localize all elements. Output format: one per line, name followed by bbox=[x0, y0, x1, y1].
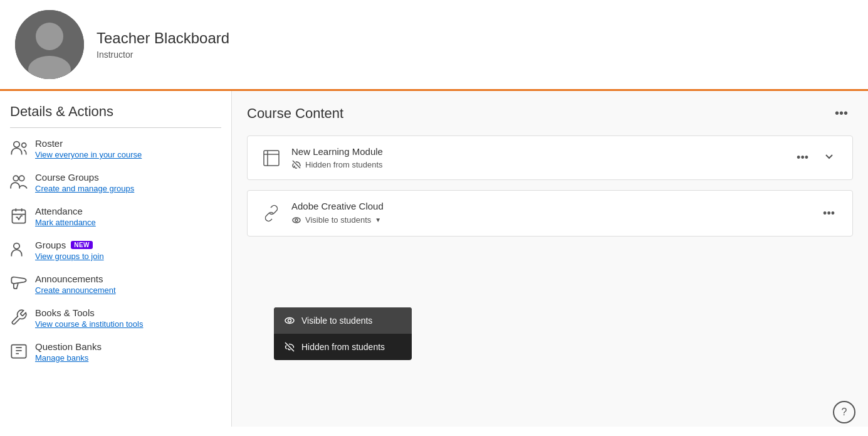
svg-rect-7 bbox=[13, 210, 26, 223]
course-groups-label: Course Groups bbox=[35, 172, 134, 183]
question-banks-content: Question Banks Manage banks bbox=[35, 341, 102, 363]
content-more-options-button[interactable]: ••• bbox=[830, 104, 853, 123]
card-inner-adobe: Adobe Creative Cloud Visible to students… bbox=[248, 191, 852, 236]
course-groups-link[interactable]: Create and manage groups bbox=[35, 184, 134, 193]
books-tools-link[interactable]: View course & institution tools bbox=[35, 319, 143, 329]
learning-module-expand-button[interactable] bbox=[818, 148, 840, 167]
roster-content: Roster View everyone in your course bbox=[35, 138, 142, 159]
attendance-content: Attendance Mark attendance bbox=[35, 206, 96, 227]
announcements-icon bbox=[10, 275, 28, 292]
adobe-more-button[interactable]: ••• bbox=[818, 205, 840, 223]
content-header: Course Content ••• bbox=[247, 104, 853, 123]
sidebar-item-course-groups[interactable]: Course Groups Create and manage groups bbox=[10, 172, 221, 193]
groups-link[interactable]: View groups to join bbox=[35, 252, 104, 261]
hidden-icon bbox=[291, 159, 301, 169]
books-tools-icon bbox=[10, 309, 28, 326]
dropdown-hidden-label: Hidden from students bbox=[301, 342, 385, 352]
header-info: Teacher Blackboard Instructor bbox=[97, 29, 229, 60]
card-left-adobe: Adobe Creative Cloud Visible to students… bbox=[260, 201, 384, 226]
course-groups-content: Course Groups Create and manage groups bbox=[35, 172, 134, 193]
groups-icon bbox=[10, 241, 28, 258]
roster-icon bbox=[10, 139, 28, 157]
sidebar-item-books-tools[interactable]: Books & Tools View course & institution … bbox=[10, 307, 221, 329]
main-layout: Details & Actions Roster View everyone i… bbox=[0, 91, 868, 427]
announcements-label: Announcements bbox=[35, 274, 116, 284]
card-left-learning-module: New Learning Module Hidden from students bbox=[260, 146, 383, 169]
question-banks-label: Question Banks bbox=[35, 341, 102, 352]
sidebar-item-announcements[interactable]: Announcements Create announcement bbox=[10, 274, 221, 295]
user-role: Instructor bbox=[97, 50, 229, 60]
content-title: Course Content bbox=[247, 105, 343, 122]
visibility-toggle-button[interactable]: Visible to students ▼ bbox=[305, 214, 381, 226]
learning-module-icon bbox=[260, 147, 283, 169]
svg-point-8 bbox=[14, 243, 19, 249]
svg-point-12 bbox=[295, 219, 298, 221]
books-tools-content: Books & Tools View course & institution … bbox=[35, 307, 143, 329]
card-info-adobe: Adobe Creative Cloud Visible to students… bbox=[291, 201, 384, 226]
dropdown-hidden-icon bbox=[284, 341, 295, 353]
groups-content: Groups NEW View groups to join bbox=[35, 240, 104, 261]
user-name: Teacher Blackboard bbox=[97, 29, 229, 47]
dropdown-item-visible[interactable]: Visible to students bbox=[274, 307, 412, 334]
card-info-learning-module: New Learning Module Hidden from students bbox=[291, 146, 383, 169]
roster-label: Roster bbox=[35, 138, 142, 149]
card-inner-learning-module: New Learning Module Hidden from students… bbox=[248, 136, 852, 179]
sidebar-item-question-banks[interactable]: Question Banks Manage banks bbox=[10, 341, 221, 363]
svg-point-6 bbox=[19, 176, 24, 181]
question-banks-icon bbox=[10, 343, 28, 360]
books-tools-label: Books & Tools bbox=[35, 307, 143, 318]
attendance-icon bbox=[10, 207, 28, 225]
svg-point-14 bbox=[288, 319, 291, 322]
sidebar-item-attendance[interactable]: Attendance Mark attendance bbox=[10, 206, 221, 227]
sidebar-item-roster[interactable]: Roster View everyone in your course bbox=[10, 138, 221, 159]
attendance-label: Attendance bbox=[35, 206, 96, 216]
sidebar-item-groups[interactable]: Groups NEW View groups to join bbox=[10, 240, 221, 261]
dropdown-arrow-icon: ▼ bbox=[375, 216, 381, 223]
adobe-title: Adobe Creative Cloud bbox=[291, 201, 384, 211]
learning-module-status-text: Hidden from students bbox=[305, 160, 383, 169]
svg-point-4 bbox=[22, 143, 26, 147]
svg-rect-9 bbox=[11, 345, 26, 358]
adobe-status: Visible to students ▼ bbox=[291, 214, 384, 226]
visibility-dropdown-menu: Visible to students Hidden from students bbox=[274, 307, 412, 360]
svg-point-3 bbox=[14, 142, 19, 147]
card-right-learning-module: ••• bbox=[792, 148, 840, 167]
question-banks-link[interactable]: Manage banks bbox=[35, 353, 102, 363]
sidebar: Details & Actions Roster View everyone i… bbox=[0, 91, 232, 427]
course-groups-icon bbox=[10, 173, 28, 191]
learning-module-title: New Learning Module bbox=[291, 146, 383, 157]
dropdown-item-hidden[interactable]: Hidden from students bbox=[274, 334, 412, 360]
help-button[interactable]: ? bbox=[833, 401, 855, 423]
learning-module-card: New Learning Module Hidden from students… bbox=[247, 136, 853, 180]
link-icon bbox=[260, 202, 283, 225]
dropdown-visible-label: Visible to students bbox=[301, 316, 372, 326]
svg-point-11 bbox=[293, 218, 300, 223]
dropdown-visible-icon bbox=[284, 315, 295, 326]
groups-label: Groups NEW bbox=[35, 240, 104, 250]
card-right-adobe: ••• bbox=[818, 205, 840, 223]
visibility-label: Visible to students bbox=[305, 215, 371, 225]
learning-module-status: Hidden from students bbox=[291, 159, 383, 169]
announcements-link[interactable]: Create announcement bbox=[35, 285, 116, 295]
svg-point-5 bbox=[13, 176, 18, 181]
content-area: Course Content ••• New Learning Module bbox=[232, 91, 868, 427]
svg-rect-10 bbox=[264, 151, 279, 166]
announcements-content: Announcements Create announcement bbox=[35, 274, 116, 295]
svg-point-1 bbox=[36, 23, 63, 50]
attendance-link[interactable]: Mark attendance bbox=[35, 218, 96, 227]
learning-module-more-button[interactable]: ••• bbox=[792, 149, 813, 167]
roster-link[interactable]: View everyone in your course bbox=[35, 150, 142, 159]
header: Teacher Blackboard Instructor bbox=[0, 0, 868, 91]
avatar bbox=[15, 10, 84, 79]
new-badge: NEW bbox=[71, 241, 93, 249]
sidebar-title: Details & Actions bbox=[10, 104, 221, 128]
visible-icon bbox=[291, 215, 301, 225]
adobe-creative-cloud-card: Adobe Creative Cloud Visible to students… bbox=[247, 190, 853, 237]
